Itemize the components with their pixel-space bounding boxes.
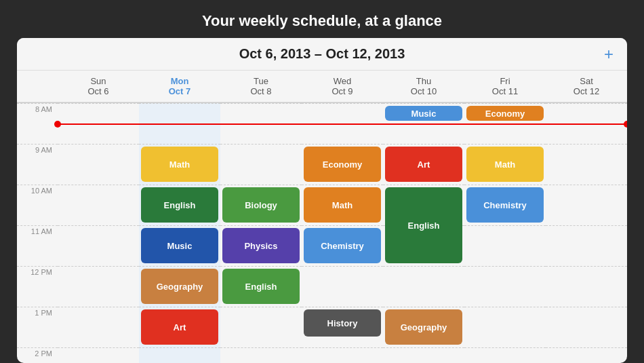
grid-cell: [302, 225, 383, 266]
grid-cell: [302, 144, 383, 185]
grid-cell: [383, 185, 464, 225]
grid-cell: [58, 347, 139, 363]
grid-cell: [546, 307, 627, 347]
grid-cell: [383, 225, 464, 266]
grid-cell: [302, 307, 383, 347]
grid-cell: [383, 144, 464, 185]
grid-cell: [139, 307, 220, 347]
grid-cell: [139, 103, 220, 144]
grid-cell: [220, 144, 302, 185]
time-label-6: 2 PM: [17, 347, 58, 363]
grid-cell: [139, 225, 220, 266]
grid-cell: [58, 225, 139, 266]
day-header-thu: ThuOct 10: [383, 71, 464, 102]
grid-cell: [464, 266, 546, 307]
grid-cell: [464, 347, 546, 363]
grid-cell: [464, 144, 546, 185]
grid-cell: [464, 185, 546, 225]
time-label-3: 11 AM: [17, 225, 58, 266]
grid-cell: [139, 347, 220, 363]
grid-cell: [139, 266, 220, 307]
grid-cell: [302, 266, 383, 307]
grid-cell: [58, 266, 139, 307]
grid-cell: [383, 347, 464, 363]
day-header-fri: FriOct 11: [464, 71, 546, 102]
grid-cell: [383, 266, 464, 307]
add-event-button[interactable]: +: [604, 46, 613, 62]
grid-cell: [546, 225, 627, 266]
time-label-0: 8 AM: [17, 103, 58, 144]
grid-cell: [464, 307, 546, 347]
grid-cell: [220, 307, 302, 347]
day-header-mon: MonOct 7: [139, 71, 220, 102]
time-label-4: 12 PM: [17, 266, 58, 307]
calendar-body: 8 AM9 AM10 AM11 AM12 PM1 PM2 PM MathEcon…: [17, 103, 627, 363]
grid-cell: [383, 103, 464, 144]
grid-cell: [546, 185, 627, 225]
day-header-tue: TueOct 8: [220, 71, 302, 102]
grid-cell: [220, 185, 302, 225]
grid-cell: [58, 307, 139, 347]
page-title: Your weekly schedule, at a glance: [0, 0, 644, 38]
time-label-5: 1 PM: [17, 307, 58, 347]
date-range: Oct 6, 2013 – Oct 12, 2013: [239, 46, 405, 62]
calendar-header: Oct 6, 2013 – Oct 12, 2013 +: [17, 38, 627, 71]
grid-cell: [220, 347, 302, 363]
grid-cell: [464, 225, 546, 266]
grid-cell: [464, 103, 546, 144]
grid-cell: [546, 144, 627, 185]
grid-cell: [58, 144, 139, 185]
day-header-sun: SunOct 6: [58, 71, 139, 102]
time-label-1: 9 AM: [17, 144, 58, 185]
grid-cell: [302, 347, 383, 363]
grid-cell: [220, 225, 302, 266]
time-label-2: 10 AM: [17, 185, 58, 225]
grid-cell: [546, 103, 627, 144]
day-header-wed: WedOct 9: [302, 71, 383, 102]
grid-cell: [220, 103, 302, 144]
grid-cell: [58, 185, 139, 225]
grid-cell: [139, 144, 220, 185]
grid-cell: [139, 185, 220, 225]
grid-cell: [546, 347, 627, 363]
day-header-sat: SatOct 12: [546, 71, 627, 102]
grid-cell: [302, 103, 383, 144]
calendar-container: Oct 6, 2013 – Oct 12, 2013 + SunOct 6Mon…: [17, 38, 627, 363]
grid-cell: [383, 307, 464, 347]
calendar-day-headers: SunOct 6MonOct 7TueOct 8WedOct 9ThuOct 1…: [17, 71, 627, 103]
grid-cell: [546, 266, 627, 307]
grid-cell: [58, 103, 139, 144]
grid-cell: [302, 185, 383, 225]
grid-cell: [220, 266, 302, 307]
